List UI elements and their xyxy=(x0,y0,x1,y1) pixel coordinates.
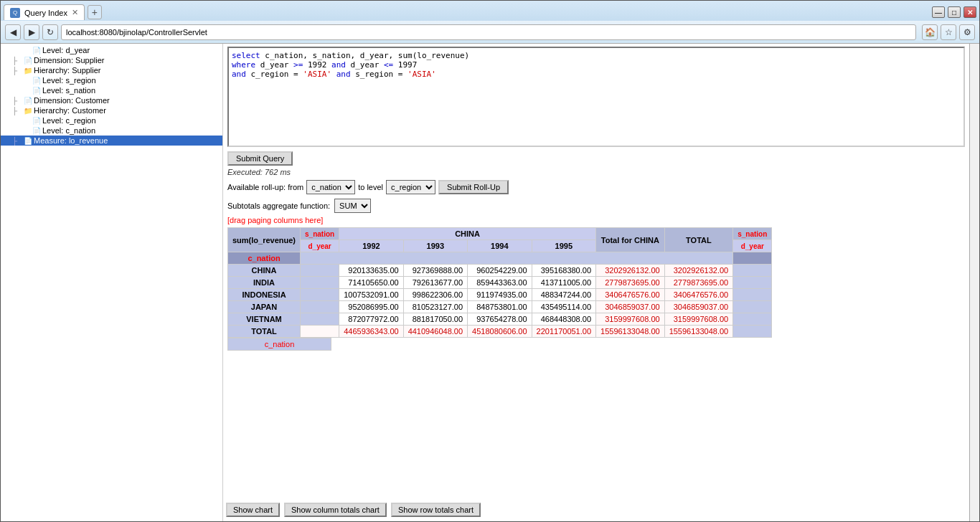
d-year-header: d_year xyxy=(301,240,339,252)
address-bar[interactable]: localhost:8080/bjinolap/ControllerServle… xyxy=(61,24,916,40)
rollup-from-label: Available roll-up: from xyxy=(227,183,303,191)
sidebar-item-s-region[interactable]: 📄 Level: s_region xyxy=(1,75,222,85)
sidebar-item[interactable]: 📄 Level: d_year xyxy=(1,45,222,55)
folder-icon: 📁 xyxy=(24,67,32,75)
c-nation-right-subheader xyxy=(733,252,772,265)
doc-icon: 📄 xyxy=(32,117,41,125)
data-cell: 468448308.00 xyxy=(532,313,595,326)
maximize-button[interactable]: □ xyxy=(948,6,961,18)
dyear-cell xyxy=(301,301,339,313)
folder-icon: 📁 xyxy=(24,107,32,115)
measure-icon: 📄 xyxy=(24,137,32,145)
dyear-right-cell xyxy=(733,277,772,289)
data-cell: 810523127.00 xyxy=(403,301,467,313)
c-nation-subheader: c_nation xyxy=(228,252,301,265)
data-cell: 848753801.00 xyxy=(468,301,532,313)
data-cell: 927369888.00 xyxy=(403,265,467,277)
year-1993-header: 1993 xyxy=(403,240,467,252)
doc-icon: 📄 xyxy=(24,57,32,65)
executed-text: Executed: 762 ms xyxy=(227,168,291,176)
s-nation-right-header: s_nation xyxy=(733,228,772,240)
query-index-tab[interactable]: Q Query Index ✕ xyxy=(4,4,85,20)
total-header: TOTAL xyxy=(664,228,733,252)
browser-icons: 🏠 ☆ ⚙ xyxy=(922,24,975,40)
dyear-right-cell xyxy=(733,313,772,326)
sidebar-item-customer-dim[interactable]: ├ 📄 Dimension: Customer xyxy=(1,95,222,105)
sidebar-item-label: Hierarchy: Supplier xyxy=(34,66,101,75)
sidebar-item-s-nation[interactable]: 📄 Level: s_nation xyxy=(1,85,222,95)
new-tab-button[interactable]: + xyxy=(88,5,102,19)
sidebar-item-label: Level: s_region xyxy=(42,76,96,85)
rollup-to-select[interactable]: c_region xyxy=(386,180,435,194)
query-line-1: select c_nation, s_nation, d_year, sum(l… xyxy=(232,51,961,60)
d-year-right-header: d_year xyxy=(733,240,772,252)
nation-label: JAPAN xyxy=(228,301,301,313)
nation-label: VIETNAM xyxy=(228,313,301,326)
total-row-cell: 4465936343.00 xyxy=(339,326,403,338)
doc-icon: 📄 xyxy=(32,87,41,95)
data-cell: 859443363.00 xyxy=(468,277,532,289)
sidebar-item-c-nation[interactable]: 📄 Level: c_nation xyxy=(1,125,222,136)
total-row-cell: 2201170051.00 xyxy=(532,326,595,338)
reload-button[interactable]: ↻ xyxy=(42,24,58,40)
sum-lo-revenue-header: sum(lo_revenue) xyxy=(228,228,301,252)
tab-close-button[interactable]: ✕ xyxy=(72,8,78,17)
rollup-from-select[interactable]: c_nation xyxy=(306,180,355,194)
data-cell: 435495114.00 xyxy=(532,301,595,313)
back-button[interactable]: ◀ xyxy=(5,24,21,40)
dyear-right-cell xyxy=(733,265,772,277)
dyear-right-cell xyxy=(733,289,772,301)
sidebar-item-label: Level: c_region xyxy=(42,116,96,125)
sidebar-item-customer-hier[interactable]: ├ 📁 Hierarchy: Customer xyxy=(1,105,222,115)
total-row-cell: 4410946048.00 xyxy=(403,326,467,338)
tab-bar: Q Query Index ✕ + — □ ✕ xyxy=(1,1,979,21)
submit-query-button[interactable]: Submit Query xyxy=(227,151,293,166)
query-line-3: and c_region = 'ASIA' and s_region = 'AS… xyxy=(232,70,961,79)
show-row-totals-button[interactable]: Show row totals chart xyxy=(391,503,481,517)
show-column-totals-button[interactable]: Show column totals chart xyxy=(284,503,387,517)
table-row: INDONESIA1007532091.00998622306.00911974… xyxy=(228,289,772,301)
data-cell: 960254229.00 xyxy=(468,265,532,277)
nation-label: INDIA xyxy=(228,277,301,289)
dyear-cell xyxy=(301,289,339,301)
minimize-button[interactable]: — xyxy=(932,6,945,18)
data-cell: 413711005.00 xyxy=(532,277,595,289)
forward-button[interactable]: ▶ xyxy=(24,24,39,40)
china-header: CHINA xyxy=(339,228,596,240)
c-nation-bottom-label: c_nation xyxy=(227,338,331,351)
total-row-china-cell: 15596133048.00 xyxy=(596,326,665,338)
sidebar-item-label: Measure: lo_revenue xyxy=(34,136,108,145)
sidebar-item-label: Hierarchy: Customer xyxy=(34,106,106,115)
sidebar-item-label: Dimension: Customer xyxy=(34,96,110,105)
tab-title: Query Index xyxy=(24,9,67,17)
tab-icon: Q xyxy=(10,8,20,18)
submit-rollup-button[interactable]: Submit Roll-Up xyxy=(438,180,509,194)
s-nation-top-header: s_nation xyxy=(301,228,339,240)
subtotals-select[interactable]: SUM xyxy=(334,199,371,213)
year-1994-header: 1994 xyxy=(468,240,532,252)
data-cell: 395168380.00 xyxy=(532,265,595,277)
total-china-cell: 3159997608.00 xyxy=(596,313,665,326)
tools-icon[interactable]: ⚙ xyxy=(959,24,975,40)
show-chart-button[interactable]: Show chart xyxy=(226,503,280,517)
sidebar-item-supplier-dim[interactable]: ├ 📄 Dimension: Supplier xyxy=(1,55,222,65)
star-icon[interactable]: ☆ xyxy=(941,24,956,40)
data-cell: 1007532091.00 xyxy=(339,289,403,301)
home-icon[interactable]: 🏠 xyxy=(922,24,938,40)
close-button[interactable]: ✕ xyxy=(963,6,976,18)
query-editor[interactable]: select c_nation, s_nation, d_year, sum(l… xyxy=(227,47,965,147)
total-china-cell: 3046859037.00 xyxy=(596,301,665,313)
data-cell: 937654278.00 xyxy=(468,313,532,326)
pivot-table: sum(lo_revenue) s_nation CHINA Total for… xyxy=(227,227,772,338)
dyear-right-cell xyxy=(733,301,772,313)
dyear-cell xyxy=(301,277,339,289)
sidebar-item-supplier-hier[interactable]: ├ 📁 Hierarchy: Supplier xyxy=(1,65,222,75)
scrollbar[interactable] xyxy=(969,44,979,521)
data-cell: 952086995.00 xyxy=(339,301,403,313)
sidebar-item-label: Level: s_nation xyxy=(42,86,95,95)
total-row: TOTAL4465936343.004410946048.00451808060… xyxy=(228,326,772,338)
nation-label: INDONESIA xyxy=(228,289,301,301)
sidebar-item-c-region[interactable]: 📄 Level: c_region xyxy=(1,115,222,125)
sidebar-item-lo-revenue[interactable]: ├ 📄 Measure: lo_revenue xyxy=(1,136,222,146)
sidebar: 📄 Level: d_year ├ 📄 Dimension: Supplier … xyxy=(1,44,223,521)
